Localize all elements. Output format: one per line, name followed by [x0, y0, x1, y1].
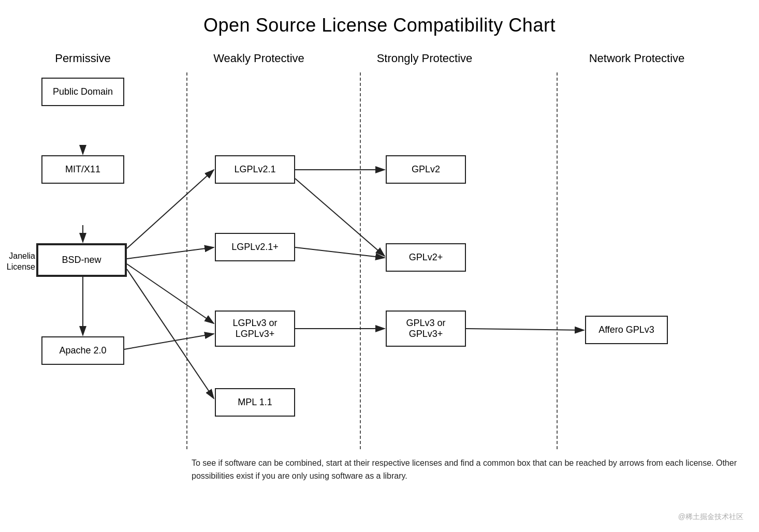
- svg-line-11: [295, 247, 385, 258]
- box-lgpl21: LGPLv2.1: [215, 155, 295, 184]
- divider-2: [360, 72, 361, 449]
- label-janelia: JaneliaLicense: [0, 251, 35, 273]
- chart-area: Permissive Weakly Protective Strongly Pr…: [0, 41, 759, 532]
- col-header-network: Network Protective: [570, 52, 704, 65]
- svg-line-10: [295, 179, 385, 256]
- watermark: @稀土掘金技术社区: [678, 512, 743, 522]
- svg-line-6: [127, 264, 214, 323]
- svg-line-7: [127, 269, 214, 398]
- divider-1: [186, 72, 187, 449]
- page-container: Open Source License Compatibility Chart …: [0, 0, 759, 532]
- svg-line-8: [124, 334, 214, 349]
- box-public-domain: Public Domain: [41, 78, 124, 106]
- svg-line-5: [127, 247, 214, 259]
- box-gplv3: GPLv3 orGPLv3+: [386, 311, 466, 347]
- col-header-permissive: Permissive: [31, 52, 135, 65]
- box-bsd-new: BSD-new: [36, 243, 127, 277]
- box-lgpl3: LGPLv3 orLGPLv3+: [215, 311, 295, 347]
- svg-line-13: [466, 329, 584, 330]
- box-gplv2: GPLv2: [386, 155, 466, 184]
- footer-note: To see if software can be combined, star…: [192, 456, 759, 483]
- box-affero: Affero GPLv3: [585, 316, 668, 344]
- box-mpl: MPL 1.1: [215, 388, 295, 417]
- divider-3: [557, 72, 558, 449]
- box-lgpl21plus: LGPLv2.1+: [215, 233, 295, 261]
- col-header-weakly: Weakly Protective: [202, 52, 316, 65]
- col-header-strongly: Strongly Protective: [373, 52, 476, 65]
- box-gplv2plus: GPLv2+: [386, 243, 466, 272]
- svg-line-4: [127, 170, 214, 248]
- box-mit: MIT/X11: [41, 155, 124, 184]
- box-apache: Apache 2.0: [41, 336, 124, 365]
- page-title: Open Source License Compatibility Chart: [0, 0, 759, 41]
